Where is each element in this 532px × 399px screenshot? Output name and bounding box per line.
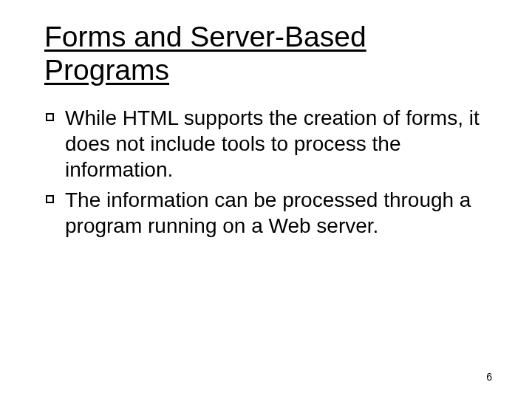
page-number: 6 bbox=[486, 371, 492, 383]
square-bullet-icon bbox=[46, 113, 54, 121]
bullet-text: The information can be processed through… bbox=[65, 188, 471, 237]
slide-title: Forms and Server-Based Programs bbox=[44, 21, 488, 87]
bullet-list: While HTML supports the creation of form… bbox=[44, 105, 488, 239]
square-bullet-icon bbox=[46, 195, 54, 203]
bullet-text: While HTML supports the creation of form… bbox=[65, 106, 480, 181]
slide: Forms and Server-Based Programs While HT… bbox=[0, 0, 532, 399]
list-item: While HTML supports the creation of form… bbox=[44, 105, 488, 183]
list-item: The information can be processed through… bbox=[44, 187, 488, 239]
